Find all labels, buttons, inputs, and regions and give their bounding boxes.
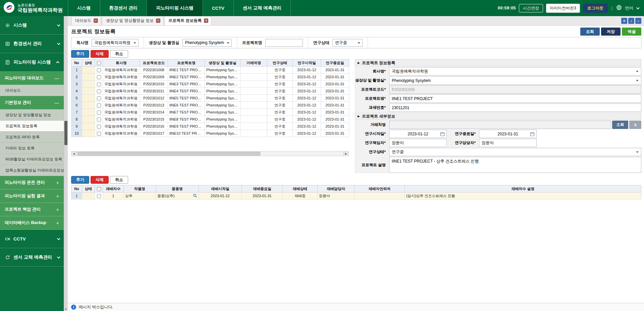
cancel-button[interactable]: 취소 <box>110 50 128 58</box>
sidebar-item[interactable]: 프로젝트 백업 관리+ <box>0 203 64 216</box>
end-date-field[interactable]: 2023-01-31 <box>479 130 537 138</box>
globe-icon[interactable] <box>616 5 622 11</box>
sidebar-item[interactable]: 엽록소형광촬영실 카메라좌표정보 등록 <box>0 165 64 176</box>
sidebar-item[interactable]: 대쉬보드 <box>0 85 64 96</box>
sidebar-scrollbar[interactable]: ▼ <box>64 16 68 311</box>
row-checkbox[interactable] <box>95 66 103 74</box>
row-checkbox[interactable] <box>95 102 103 109</box>
sidebar-item[interactable]: 프로젝트 RFID 등록 <box>0 132 64 143</box>
scrollbar-thumb[interactable] <box>64 121 67 145</box>
sidebar-item[interactable]: 피노타이핑 운전 관리+ <box>0 176 64 189</box>
add-button[interactable]: 추가 <box>71 176 89 184</box>
cancel-button[interactable]: 취소 <box>110 176 128 184</box>
sidebar-item[interactable]: RGB촬영실 카메라좌표정보 등록 <box>0 154 64 165</box>
calendar-icon[interactable] <box>440 132 445 137</box>
scroll-left-arrow-icon[interactable]: ◀ <box>71 151 77 156</box>
magnifier-icon[interactable] <box>193 193 197 198</box>
sidebar-item[interactable]: 환경센서 관리 <box>0 35 64 53</box>
tab-close-icon[interactable]: × <box>156 18 160 23</box>
start-date-field[interactable]: 2023-01-12 <box>389 130 447 138</box>
project-row[interactable]: 6국립원예특작과학원P202301013lINE6 TEST PROJECTPh… <box>71 102 349 109</box>
grid-cell <box>240 88 267 95</box>
user-button[interactable]: 아이티컨버전3 <box>546 4 580 13</box>
sidebar-item[interactable]: 피노타이핑 시스템 <box>0 53 64 72</box>
tab[interactable]: 대쉬보드× <box>71 16 101 25</box>
project-row[interactable]: 2국립원예특작과학원P202301009lINE2 TEST PROJECTPh… <box>71 74 349 81</box>
row-checkbox[interactable] <box>95 74 103 81</box>
row-checkbox[interactable] <box>95 88 103 95</box>
sidebar-item[interactable]: 데이타베이스 Backup+ <box>0 216 64 230</box>
select-all-checkbox[interactable] <box>95 59 103 66</box>
project-row[interactable]: 9국립원예특작과학원P202301016lINE9 TEST PROJECTPh… <box>71 123 349 130</box>
project-desc-field[interactable]: lINE1 TEST PROJECT - 상추 건조스트레스 진행 <box>389 157 641 173</box>
scroll-down-arrow-icon[interactable]: ▼ <box>64 308 68 310</box>
row-checkbox[interactable] <box>95 95 103 102</box>
nav-item[interactable]: 피노타이핑 시스템 <box>147 0 203 16</box>
row-checkbox[interactable] <box>95 123 103 130</box>
leader-field[interactable]: 장윤아 <box>389 139 447 147</box>
row-checkbox[interactable] <box>95 130 103 137</box>
task-number-field[interactable]: 23011201 <box>389 103 641 112</box>
row-checkbox[interactable] <box>95 192 103 199</box>
select-all-checkbox[interactable] <box>95 185 103 192</box>
scroll-right-arrow-icon[interactable]: ▶ <box>343 151 348 156</box>
column-header: 재배차수 <box>103 185 124 192</box>
sidebar-item[interactable]: 생장상 및 영상촬영실 정보 <box>0 109 64 121</box>
row-checkbox[interactable] <box>95 109 103 116</box>
org-logo <box>3 2 15 14</box>
nav-item[interactable]: 환경센서 관리 <box>100 0 147 16</box>
extend-time-button[interactable]: 시간연장 <box>519 4 543 12</box>
hscrollbar-thumb[interactable] <box>77 152 260 156</box>
project-row[interactable]: 1국립원예특작과학원P202301008lINE1 TEST PROJECTPh… <box>71 66 349 74</box>
nav-item[interactable]: CCTV <box>203 0 233 16</box>
sidebar-item[interactable]: 피노타이핑 실험 결과+ <box>0 189 64 203</box>
search-button[interactable]: 조회 <box>580 28 600 36</box>
add-button[interactable]: 추가 <box>71 50 89 58</box>
tab[interactable]: 프로젝트 정보등록× <box>164 16 211 25</box>
excel-button[interactable]: 엑셀 <box>622 28 641 36</box>
chamber-select[interactable]: Phenotyping Sysytem <box>389 76 641 85</box>
language-label[interactable]: 언어 <box>625 5 633 11</box>
chevron-down-icon[interactable] <box>636 6 640 9</box>
company-select[interactable]: 국립원예특작과학원 <box>389 67 641 76</box>
manager-field[interactable]: 장윤아 <box>479 139 537 147</box>
sidebar-item[interactable]: 프로젝트 정보등록 <box>0 121 64 132</box>
culture-row[interactable]: 11상추품종(상추)2023-01-122023-01-31재배중장윤아(임시)… <box>71 192 641 199</box>
chamber-filter-select[interactable]: Phenotyping Sysytem <box>182 39 232 47</box>
sidebar-item[interactable]: 시스템 <box>0 16 64 35</box>
row-checkbox[interactable] <box>95 116 103 123</box>
close-all-tabs-button[interactable]: × <box>621 18 627 24</box>
calendar-icon[interactable] <box>530 132 535 137</box>
sidebar-item[interactable]: 기본정보 관리— <box>0 96 64 109</box>
project-name-field[interactable]: lINE1 TEST PROJECT <box>389 94 641 103</box>
nav-item[interactable]: 센서 교체 예측관리 <box>233 0 291 16</box>
client-clear-button[interactable]: X <box>629 121 641 129</box>
project-row[interactable]: 5국립원예특작과학원P202301012lINE5 TEST PROJECTPh… <box>71 95 349 102</box>
logout-button[interactable]: 로그아웃 <box>583 4 608 13</box>
tab-close-icon[interactable]: × <box>94 18 98 23</box>
next-tab-button[interactable]: › <box>635 18 641 24</box>
project-row[interactable]: 3국립원예특작과학원P202301010lINE3 TEST PROJECTPh… <box>71 81 349 88</box>
prev-tab-button[interactable]: ‹ <box>628 18 634 24</box>
project-row[interactable]: 4국립원예특작과학원P202301011lINE4 TEST PROJECTPh… <box>71 88 349 95</box>
status-filter-select[interactable]: 연구중 <box>332 39 363 47</box>
sidebar-item[interactable]: 카메라 정보 등록 <box>0 143 64 154</box>
tab-close-icon[interactable]: × <box>204 18 208 23</box>
delete-button[interactable]: 삭제 <box>91 50 109 58</box>
sidebar-item[interactable]: 센서 교체 예측관리 <box>0 248 64 267</box>
project-row[interactable]: 10국립원예특작과학원P202301017lINE10 TEST PROJECT… <box>71 130 349 137</box>
delete-button[interactable]: 삭제 <box>91 176 109 184</box>
project-row[interactable]: 7국립원예특작과학원P202301014lINE7 TEST PROJECTPh… <box>71 109 349 116</box>
save-button[interactable]: 저장 <box>601 28 621 36</box>
project-row[interactable]: 8국립원예특작과학원P202301015lINE8 TEST PROJECTPh… <box>71 116 349 123</box>
research-status-select[interactable]: 연구중 <box>389 148 641 156</box>
company-filter-select[interactable]: 국립원예특작과학원 <box>92 39 139 47</box>
horizontal-scrollbar[interactable]: ◀ ▶ <box>71 151 349 156</box>
sidebar-item[interactable]: 피노타이핑 대쉬보드— <box>0 72 64 85</box>
nav-item[interactable]: 시스템 <box>68 0 100 16</box>
sidebar-item[interactable]: CCTV <box>0 230 64 248</box>
project-name-input[interactable] <box>265 39 303 47</box>
row-checkbox[interactable] <box>95 81 103 88</box>
client-search-button[interactable]: 조회 <box>612 121 628 129</box>
tab[interactable]: 생장상 및 영상촬영실 정보× <box>102 16 163 25</box>
